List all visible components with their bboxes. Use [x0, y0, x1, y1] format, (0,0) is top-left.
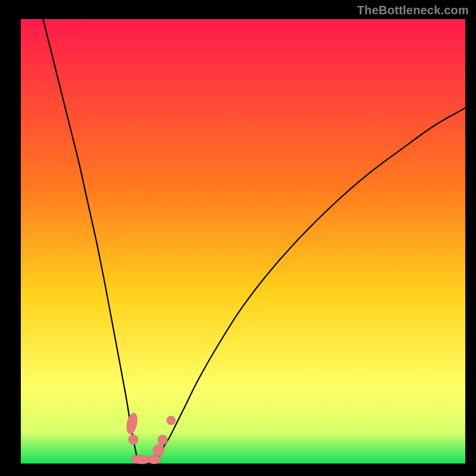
data-marker	[167, 416, 176, 425]
data-marker	[153, 444, 164, 456]
plot-background	[21, 19, 465, 464]
data-marker	[148, 455, 161, 464]
watermark-text: TheBottleneck.com	[357, 4, 469, 17]
data-marker	[158, 435, 167, 444]
data-marker	[129, 434, 138, 444]
chart-frame: { "watermark": "TheBottleneck.com", "col…	[0, 0, 476, 476]
bottleneck-chart	[0, 0, 476, 476]
